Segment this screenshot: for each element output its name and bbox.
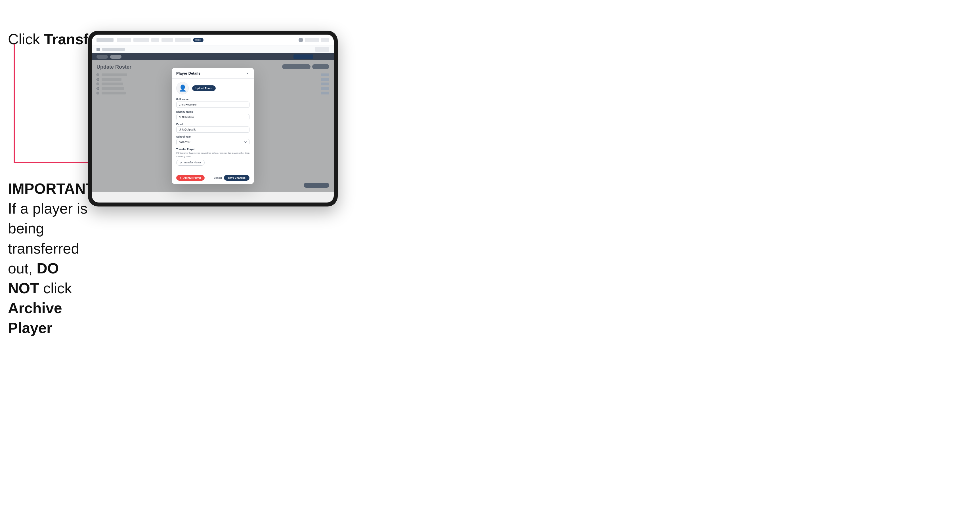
transfer-section: Transfer Player If this player has moved… — [176, 148, 250, 165]
arrow-vertical-line — [14, 44, 15, 163]
nav-item-dashboard[interactable] — [117, 38, 131, 42]
school-year-field: School Year Sixth Year First Year Second… — [176, 135, 250, 145]
tab-roster[interactable] — [110, 55, 121, 59]
full-name-field: Full Name — [176, 98, 250, 108]
full-name-label: Full Name — [176, 98, 250, 101]
app-header: Roster — [92, 35, 334, 45]
display-name-field: Display Name — [176, 110, 250, 120]
instruction-bottom: IMPORTANT: If a player is being transfer… — [8, 179, 90, 338]
email-input[interactable] — [176, 127, 250, 133]
tablet-device: Roster Update Roster — [88, 31, 338, 206]
header-logout-btn[interactable] — [321, 38, 329, 42]
school-year-label: School Year — [176, 135, 250, 138]
nav-item-schedule[interactable] — [161, 38, 173, 42]
tablet-screen: Roster Update Roster — [92, 35, 334, 203]
modal-body: 👤 Upload Photo Full Name Display Name — [172, 79, 254, 171]
modal-header: Player Details × — [172, 68, 254, 79]
archive-icon: ⬇ — [180, 176, 182, 179]
do-not-suffix: click — [39, 280, 72, 297]
save-changes-button[interactable]: Save Changes — [224, 175, 250, 181]
transfer-icon: ⟳ — [180, 161, 182, 164]
modal-title: Player Details — [176, 71, 200, 75]
email-field: Email — [176, 123, 250, 133]
photo-upload-row: 👤 Upload Photo — [176, 82, 250, 94]
transfer-description: If this player has moved to another scho… — [176, 151, 250, 158]
modal-overlay: Player Details × 👤 Upload Photo — [92, 60, 334, 192]
tab-right-actions — [293, 54, 329, 59]
display-name-input[interactable] — [176, 114, 250, 120]
email-label: Email — [176, 123, 250, 125]
transfer-btn-label: Transfer Player — [184, 161, 201, 164]
tab-action-btn-2[interactable] — [315, 54, 329, 59]
sub-header-action[interactable] — [315, 47, 329, 52]
player-details-modal: Player Details × 👤 Upload Photo — [172, 68, 254, 184]
header-account-btn[interactable] — [305, 38, 319, 42]
breadcrumb-icon — [97, 48, 100, 51]
transfer-label: Transfer Player — [176, 148, 250, 151]
nav-items: Roster — [117, 38, 295, 42]
app-logo — [97, 38, 113, 42]
school-year-select[interactable]: Sixth Year First Year Second Year Third … — [176, 139, 250, 145]
archive-btn-label: Archive Player — [183, 176, 201, 179]
display-name-label: Display Name — [176, 110, 250, 113]
full-name-input[interactable] — [176, 102, 250, 108]
avatar-circle: 👤 — [176, 82, 189, 94]
transfer-player-button[interactable]: ⟳ Transfer Player — [176, 160, 205, 166]
archive-player-button[interactable]: ⬇ Archive Player — [176, 175, 205, 181]
tab-action-btn-1[interactable] — [293, 54, 313, 59]
avatar-icon: 👤 — [179, 84, 186, 92]
content-tabs — [92, 53, 334, 60]
header-right — [299, 38, 329, 42]
tab-active[interactable] — [97, 55, 108, 59]
nav-item-roster-active[interactable]: Roster — [193, 38, 204, 42]
breadcrumb-text — [102, 48, 125, 51]
modal-footer: ⬇ Archive Player Cancel Save Changes — [172, 172, 254, 184]
nav-item-leaderboard[interactable] — [175, 38, 191, 42]
upload-photo-button[interactable]: Upload Photo — [192, 86, 216, 91]
header-avatar — [299, 38, 303, 42]
important-label: IMPORTANT — [8, 180, 94, 197]
archive-player-instruction: Archive Player — [8, 300, 62, 336]
nav-item-tournaments[interactable] — [134, 38, 149, 42]
main-content: Update Roster — [92, 60, 334, 192]
modal-close-button[interactable]: × — [245, 71, 250, 75]
nav-item-teams[interactable] — [151, 38, 159, 42]
cancel-button[interactable]: Cancel — [214, 176, 222, 179]
sub-header — [92, 45, 334, 53]
